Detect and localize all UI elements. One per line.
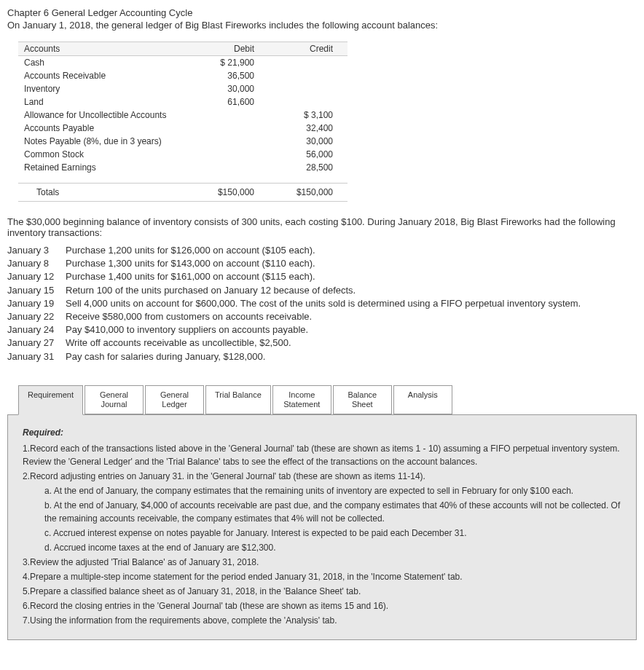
sub-letter: c.	[44, 528, 53, 538]
ledger-row: Cash$ 21,900	[18, 56, 347, 70]
ledger-row: Retained Earnings28,500	[18, 161, 347, 174]
debit-value: 30,000	[190, 82, 269, 95]
debit-value	[190, 148, 269, 161]
sub-requirement-item: b. At the end of January, $4,000 of acco…	[44, 499, 621, 525]
sub-text: At the end of January, the company estim…	[54, 486, 574, 496]
requirement-text: Using the information from the requireme…	[30, 615, 337, 626]
ledger-row: Common Stock56,000	[18, 148, 347, 161]
header-accounts: Accounts	[18, 42, 190, 56]
title: Chapter 6 General Ledger Accounting Cycl…	[7, 7, 637, 18]
transaction-date: January 8	[7, 257, 66, 270]
account-name: Cash	[18, 56, 190, 70]
totals-debit: $150,000	[190, 184, 269, 202]
tab-income-statement[interactable]: IncomeStatement	[272, 385, 331, 414]
credit-value	[269, 95, 347, 109]
requirement-number: 7.	[23, 614, 30, 627]
credit-value	[269, 56, 347, 70]
requirement-item: 7. Using the information from the requir…	[23, 614, 621, 627]
account-name: Retained Earnings	[18, 161, 190, 174]
account-name: Inventory	[18, 82, 190, 95]
requirement-panel: Required: 1. Record each of the transact…	[7, 414, 637, 640]
sub-letter: b.	[44, 500, 54, 511]
requirement-item: 3. Review the adjusted 'Trial Balance' a…	[23, 556, 621, 569]
transaction-date: January 12	[7, 270, 66, 283]
transaction-desc: Purchase 1,400 units for $161,000 on acc…	[66, 270, 637, 283]
credit-value: 28,500	[269, 161, 347, 174]
tab-requirement[interactable]: Requirement	[18, 385, 83, 415]
transaction-desc: Purchase 1,300 units for $143,000 on acc…	[66, 257, 637, 270]
transaction-row: January 19Sell 4,000 units on account fo…	[7, 297, 637, 310]
account-name: Common Stock	[18, 148, 190, 161]
tab-analysis[interactable]: Analysis	[393, 385, 452, 414]
debit-value	[190, 135, 269, 148]
transaction-date: January 27	[7, 336, 66, 350]
requirement-item: 2. Record adjusting entries on January 3…	[23, 470, 621, 483]
requirement-text: Prepare a classified balance sheet as of…	[30, 586, 361, 596]
transaction-date: January 31	[7, 350, 66, 363]
debit-value	[190, 161, 269, 174]
ledger-row: Allowance for Uncollectible Accounts$ 3,…	[18, 109, 347, 122]
sub-requirement-item: a. At the end of January, the company es…	[44, 484, 621, 497]
ledger-row: Notes Payable (8%, due in 3 years)30,000	[18, 135, 347, 148]
requirement-text: Prepare a multiple-step income statement…	[30, 572, 463, 582]
account-name: Accounts Payable	[18, 122, 190, 135]
transaction-desc: Pay $410,000 to inventory suppliers on a…	[66, 323, 637, 336]
transaction-desc: Sell 4,000 units on account for $600,000…	[66, 297, 637, 310]
credit-value: $ 3,100	[269, 109, 347, 122]
debit-value: $ 21,900	[190, 56, 269, 70]
credit-value: 56,000	[269, 148, 347, 161]
ledger-row: Accounts Receivable36,500	[18, 69, 347, 82]
transaction-row: January 15Return 100 of the units purcha…	[7, 284, 637, 297]
requirement-number: 4.	[23, 570, 30, 583]
tab-balance-sheet[interactable]: BalanceSheet	[333, 385, 392, 414]
requirement-number: 3.	[23, 556, 30, 569]
ledger-row: Land61,600	[18, 95, 347, 109]
transaction-date: January 22	[7, 310, 66, 323]
credit-value	[269, 69, 347, 82]
requirement-item: 1. Record each of the transactions liste…	[23, 442, 621, 468]
debit-value	[190, 122, 269, 135]
sub-text: Accrued interest expense on notes payabl…	[53, 528, 466, 538]
tabs-container: RequirementGeneralJournalGeneralLedgerTr…	[7, 385, 637, 640]
debit-value: 61,600	[190, 95, 269, 109]
tab-trial-balance[interactable]: Trial Balance	[205, 385, 271, 414]
transaction-date: January 3	[7, 244, 66, 257]
transaction-desc: Return 100 of the units purchased on Jan…	[66, 284, 637, 297]
required-heading: Required:	[23, 426, 621, 439]
requirements-list: 1. Record each of the transactions liste…	[23, 442, 621, 627]
tab-general-journal[interactable]: GeneralJournal	[85, 385, 144, 414]
transaction-row: January 22Receive $580,000 from customer…	[7, 310, 637, 323]
account-name: Land	[18, 95, 190, 109]
requirement-number: 1.	[23, 442, 30, 455]
transaction-row: January 3Purchase 1,200 units for $126,0…	[7, 244, 637, 257]
transaction-date: January 19	[7, 297, 66, 310]
requirement-item: 6. Record the closing entries in the 'Ge…	[23, 599, 621, 612]
tabs-bar: RequirementGeneralJournalGeneralLedgerTr…	[18, 385, 637, 414]
transaction-row: January 27Write off accounts receivable …	[7, 336, 637, 350]
sub-letter: d.	[44, 543, 54, 553]
transaction-date: January 24	[7, 323, 66, 336]
header-debit: Debit	[190, 42, 269, 56]
sub-text: At the end of January, $4,000 of account…	[44, 500, 620, 524]
ledger-row: Inventory30,000	[18, 82, 347, 95]
ledger-table: Accounts Debit Credit Cash$ 21,900Accoun…	[18, 42, 347, 202]
debit-value	[190, 109, 269, 122]
transaction-row: January 24Pay $410,000 to inventory supp…	[7, 323, 637, 336]
requirement-item: 5. Prepare a classified balance sheet as…	[23, 585, 621, 598]
transaction-row: January 8Purchase 1,300 units for $143,0…	[7, 257, 637, 270]
requirement-text: Review the adjusted 'Trial Balance' as o…	[30, 557, 259, 567]
credit-value: 30,000	[269, 135, 347, 148]
inventory-intro: The $30,000 beginning balance of invento…	[7, 216, 637, 238]
sub-requirements: a. At the end of January, the company es…	[23, 484, 621, 554]
ledger-row: Accounts Payable32,400	[18, 122, 347, 135]
account-name: Allowance for Uncollectible Accounts	[18, 109, 190, 122]
sub-text: Accrued income taxes at the end of Janua…	[54, 543, 276, 553]
credit-value: 32,400	[269, 122, 347, 135]
requirement-text: Record each of the transactions listed a…	[23, 444, 620, 467]
requirement-text: Record adjusting entries on January 31. …	[30, 471, 425, 481]
transaction-desc: Write off accounts receivable as uncolle…	[66, 336, 637, 350]
transaction-desc: Pay cash for salaries during January, $1…	[66, 350, 637, 363]
transaction-desc: Purchase 1,200 units for $126,000 on acc…	[66, 244, 637, 257]
tab-general-ledger[interactable]: GeneralLedger	[145, 385, 204, 414]
account-name: Accounts Receivable	[18, 69, 190, 82]
